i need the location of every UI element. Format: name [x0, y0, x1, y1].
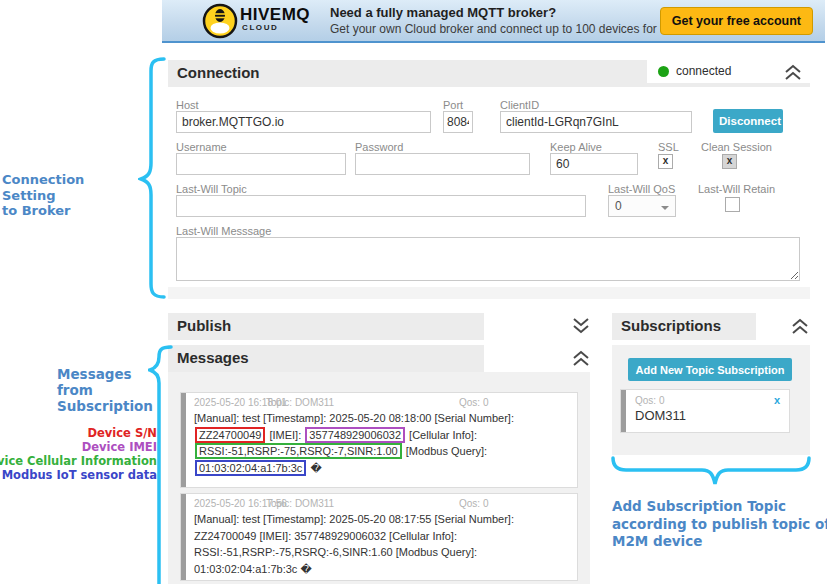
annotation-line: from [57, 382, 167, 398]
annotation-add-subscription-note: Add Subscription Topic according to publ… [612, 498, 827, 551]
clientid-input[interactable] [500, 111, 692, 133]
message-accent-bar [181, 494, 186, 580]
subscription-remove-button[interactable]: x [774, 394, 780, 406]
lastwill-topic-input[interactable] [176, 195, 586, 217]
host-input[interactable] [176, 111, 431, 133]
port-input[interactable] [443, 111, 473, 133]
publish-title: Publish [177, 317, 231, 334]
hivemq-banner: HIVEMQ CLOUD Need a fully managed MQTT b… [162, 0, 825, 43]
keepalive-input[interactable] [550, 153, 638, 175]
annotation-messages-from-subscription: Messages from Subscription [57, 366, 167, 414]
connection-collapse-chevron-up-icon[interactable] [782, 62, 804, 82]
cellular-info-highlight: RSSI:-51,RSRP:-75,RSRQ:-7,SINR:1.00 [195, 443, 402, 459]
host-label: Host [176, 99, 199, 111]
subscription-brace [610, 455, 812, 497]
ssl-label: SSL [658, 141, 679, 153]
message-accent-bar [181, 393, 186, 487]
clean-session-checkbox[interactable]: x [722, 154, 737, 169]
username-label: Username [176, 141, 227, 153]
subscriptions-header: Subscriptions [612, 313, 756, 340]
messages-title: Messages [177, 349, 249, 366]
message-text: [Cellular Info]: [406, 429, 477, 441]
brand-name: HIVEMQ [240, 6, 310, 23]
hivemq-bee-logo-icon [202, 3, 238, 39]
get-free-account-button[interactable]: Get your free account [660, 7, 813, 35]
legend-device-sn: Device S/N [87, 426, 157, 440]
connection-form: Host Port ClientID Disconnect Username P… [168, 87, 810, 287]
messages-collapse-chevron-up-icon[interactable] [570, 348, 592, 368]
password-input[interactable] [355, 153, 530, 175]
subscription-qos: Qos: 0 [635, 395, 664, 406]
ssl-checkbox[interactable]: x [658, 154, 673, 169]
lastwill-retain-checkbox[interactable] [725, 197, 740, 212]
serial-number-highlight: ZZ24700049 [195, 427, 265, 443]
disconnect-button[interactable]: Disconnect [713, 109, 783, 133]
legend-modbus-data: Modbus IoT sensor data [2, 468, 157, 482]
lastwill-qos-label: Last-Will QoS [608, 183, 675, 195]
banner-headline: Need a fully managed MQTT broker? [330, 5, 556, 20]
port-label: Port [443, 99, 463, 111]
connection-header: Connection connected [168, 60, 810, 87]
subscriptions-title: Subscriptions [621, 317, 721, 334]
message-topic: Topic: DOM311 [266, 397, 334, 408]
page: HIVEMQ CLOUD Need a fully managed MQTT b… [0, 0, 827, 584]
subscriptions-panel: Add New Topic Subscription Qos: 0 DOM311… [612, 345, 810, 455]
lastwill-message-label: Last-Will Messsage [176, 225, 271, 237]
subscription-item: Qos: 0 DOM311 x [620, 389, 790, 433]
legend-device-cellular: Device Cellular Information [0, 454, 157, 468]
annotation-line: Subscription [57, 398, 167, 414]
connection-status: connected [647, 60, 810, 83]
annotation-line: according to publish topic of [612, 516, 827, 534]
lastwill-qos-value: 0 [615, 199, 622, 213]
lastwill-message-textarea[interactable] [176, 237, 800, 281]
lastwill-retain-label: Last-Will Retain [698, 183, 775, 195]
brand-subtitle: CLOUD [242, 23, 278, 32]
connection-footer [168, 287, 810, 299]
annotation-line: to Broker [2, 203, 142, 219]
message-text: [Manual]: test [Timestamp]: 2025-05-20 0… [194, 412, 514, 424]
publish-header: Publish [168, 313, 484, 340]
message-text: [Modbus Query]: [403, 445, 487, 457]
connection-title: Connection [177, 64, 260, 81]
publish-expand-chevron-down-icon[interactable] [570, 316, 592, 336]
select-caret-icon [661, 206, 669, 214]
clean-session-label: Clean Session [701, 141, 772, 153]
annotation-line: Connection Setting [2, 172, 142, 203]
lastwill-topic-label: Last-Will Topic [176, 183, 247, 195]
message-text: [IMEI]: [266, 429, 304, 441]
lastwill-qos-select[interactable]: 0 [608, 195, 676, 217]
add-subscription-button[interactable]: Add New Topic Subscription [628, 358, 792, 381]
connected-dot-icon [658, 66, 669, 77]
username-input[interactable] [176, 153, 346, 175]
connection-brace [138, 56, 168, 302]
keepalive-label: Keep Alive [550, 141, 602, 153]
connection-status-text: connected [676, 64, 731, 78]
message-qos: Qos: 0 [459, 498, 488, 509]
annotation-line: Add Subscription Topic [612, 498, 827, 516]
subscription-topic: DOM311 [635, 408, 686, 423]
message-text: � [307, 462, 321, 474]
subscriptions-collapse-chevron-up-icon[interactable] [789, 316, 811, 336]
message-card: 2025-05-20 16:17:56 Topic: DOM311 Qos: 0… [180, 493, 578, 581]
banner-subline: Get your own Cloud broker and connect up… [330, 22, 684, 36]
legend-device-imei: Device IMEI [82, 440, 157, 454]
modbus-data-highlight: 01:03:02:04:a1:7b:3c [195, 460, 306, 476]
annotation-line: Messages [57, 366, 167, 382]
message-text: [Manual]: test [Timestamp]: 2025-05-20 0… [194, 513, 514, 575]
messages-panel: 2025-05-20 16:18:01 Topic: DOM311 Qos: 0… [168, 372, 590, 584]
imei-highlight: 357748929006032 [305, 427, 405, 443]
password-label: Password [355, 141, 403, 153]
annotation-connection-setting: Connection Setting to Broker [2, 172, 142, 219]
subscription-accent-bar [621, 390, 626, 432]
annotation-line: M2M device [612, 533, 827, 551]
message-topic: Topic: DOM311 [266, 498, 334, 509]
clientid-label: ClientID [500, 99, 539, 111]
messages-header: Messages [168, 345, 484, 372]
message-qos: Qos: 0 [459, 397, 488, 408]
message-card: 2025-05-20 16:18:01 Topic: DOM311 Qos: 0… [180, 392, 578, 488]
